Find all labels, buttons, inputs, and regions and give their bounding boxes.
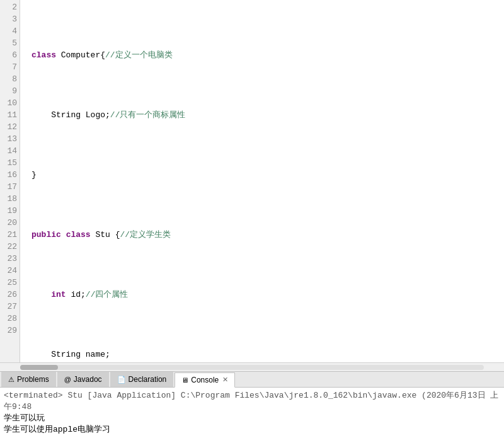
problems-icon: ⚠ xyxy=(8,376,14,384)
declaration-icon: 📄 xyxy=(117,376,126,384)
tab-problems-label: Problems xyxy=(17,375,49,384)
console-terminated-line: <terminated> Stu [Java Application] C:\P… xyxy=(4,390,500,413)
console-output-line2: 学生可以使用apple电脑学习 xyxy=(4,424,500,435)
console-area: <terminated> Stu [Java Application] C:\P… xyxy=(0,388,504,438)
scrollbar-thumb[interactable] xyxy=(20,365,58,370)
tab-javadoc[interactable]: @ Javadoc xyxy=(57,372,109,387)
console-icon: 🖥 xyxy=(181,376,188,384)
tab-declaration[interactable]: 📄 Declaration xyxy=(110,372,174,387)
line-numbers: 2 3 4 5 6 7 8 9 10 11 12 13 14 15 16 17 … xyxy=(0,0,20,362)
code-line-2: class Computer{//定义一个电脑类 xyxy=(24,49,504,61)
code-line-7: String name; xyxy=(24,349,504,360)
console-output-line1: 学生可以玩 xyxy=(4,413,500,424)
code-line-5: public class Stu {//定义学生类 xyxy=(24,229,504,241)
code-line-6: int id;//四个属性 xyxy=(24,289,504,301)
tab-javadoc-label: Javadoc xyxy=(74,375,102,384)
code-area[interactable]: class Computer{//定义一个电脑类 String Logo;//只… xyxy=(20,0,504,362)
code-line-4: } xyxy=(24,169,504,181)
scrollbar-track xyxy=(20,365,484,370)
tab-problems[interactable]: ⚠ Problems xyxy=(1,372,56,387)
editor-area: 2 3 4 5 6 7 8 9 10 11 12 13 14 15 16 17 … xyxy=(0,0,504,362)
code-line-3: String Logo;//只有一个商标属性 xyxy=(24,109,504,121)
horizontal-scrollbar[interactable] xyxy=(0,362,504,371)
tab-console[interactable]: 🖥 Console ✕ xyxy=(175,372,235,388)
console-close-icon[interactable]: ✕ xyxy=(222,376,228,384)
javadoc-icon: @ xyxy=(64,376,71,383)
tab-bar: ⚠ Problems @ Javadoc 📄 Declaration 🖥 Con… xyxy=(0,371,504,388)
tab-console-label: Console xyxy=(191,376,219,384)
tab-declaration-label: Declaration xyxy=(129,375,167,384)
